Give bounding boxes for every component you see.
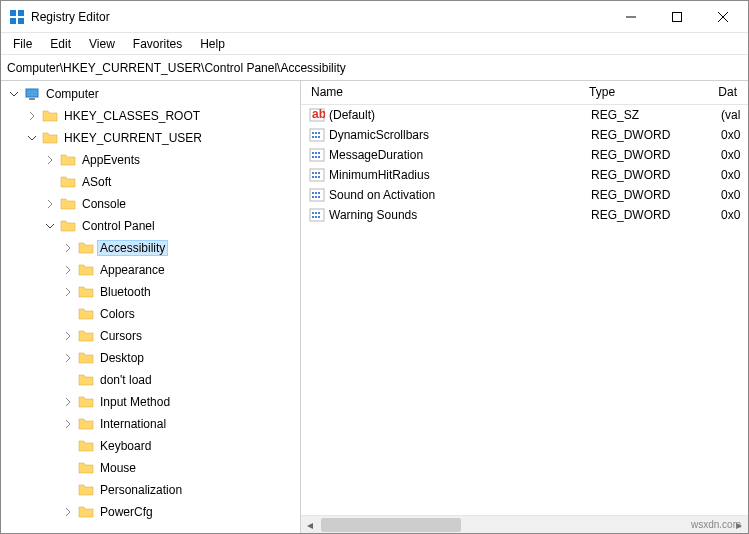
svg-rect-30 [312, 176, 314, 178]
chevron-right-icon[interactable] [61, 395, 75, 409]
chevron-down-icon[interactable] [7, 87, 21, 101]
tree-item[interactable]: International [1, 413, 300, 435]
svg-rect-39 [318, 196, 320, 198]
tree-item[interactable]: ASoft [1, 171, 300, 193]
tree-item[interactable]: Console [1, 193, 300, 215]
svg-rect-41 [312, 212, 314, 214]
folder-icon [78, 240, 94, 256]
tree-item-label: Desktop [97, 350, 147, 366]
tree-item[interactable]: AppEvents [1, 149, 300, 171]
folder-icon [60, 152, 76, 168]
computer-icon [24, 86, 40, 102]
svg-rect-19 [310, 149, 324, 161]
value-row[interactable]: ab(Default)REG_SZ(val [301, 105, 748, 125]
chevron-right-icon[interactable] [61, 351, 75, 365]
svg-rect-22 [318, 152, 320, 154]
tree-item-label: Console [79, 196, 129, 212]
chevron-right-icon[interactable] [61, 329, 75, 343]
dword-value-icon [309, 207, 325, 223]
menu-help[interactable]: Help [192, 35, 233, 53]
svg-rect-35 [315, 192, 317, 194]
tree-item[interactable]: Keyboard [1, 435, 300, 457]
value-type: REG_DWORD [581, 168, 711, 182]
tree-item[interactable]: Control Panel [1, 215, 300, 237]
dword-value-icon [309, 187, 325, 203]
chevron-right-icon[interactable] [61, 505, 75, 519]
chevron-right-icon[interactable] [61, 241, 75, 255]
tree-item[interactable]: Personalization [1, 479, 300, 501]
value-row[interactable]: Sound on ActivationREG_DWORD0x0 [301, 185, 748, 205]
scroll-thumb[interactable] [321, 518, 461, 532]
tree-item[interactable]: PowerCfg [1, 501, 300, 523]
tree-item[interactable]: HKEY_CLASSES_ROOT [1, 105, 300, 127]
value-row[interactable]: MinimumHitRadiusREG_DWORD0x0 [301, 165, 748, 185]
tree-item[interactable]: Bluetooth [1, 281, 300, 303]
folder-icon [60, 218, 76, 234]
value-data: 0x0 [711, 168, 748, 182]
col-header-name[interactable]: Name [301, 81, 579, 104]
menu-favorites[interactable]: Favorites [125, 35, 190, 53]
tree-item[interactable]: Computer [1, 83, 300, 105]
value-row[interactable]: DynamicScrollbarsREG_DWORD0x0 [301, 125, 748, 145]
chevron-right-icon[interactable] [43, 197, 57, 211]
horizontal-scrollbar[interactable]: ◂ ▸ [301, 515, 748, 533]
menu-edit[interactable]: Edit [42, 35, 79, 53]
list-body[interactable]: ab(Default)REG_SZ(valDynamicScrollbarsRE… [301, 105, 748, 515]
close-button[interactable] [700, 2, 746, 32]
svg-rect-15 [318, 132, 320, 134]
tree-item-label: don't load [97, 372, 155, 388]
menu-file[interactable]: File [5, 35, 40, 53]
chevron-down-icon[interactable] [25, 131, 39, 145]
tree-item[interactable]: Input Method [1, 391, 300, 413]
value-row[interactable]: MessageDurationREG_DWORD0x0 [301, 145, 748, 165]
folder-icon [42, 130, 58, 146]
folder-icon [78, 438, 94, 454]
svg-rect-37 [312, 196, 314, 198]
folder-icon [60, 196, 76, 212]
tree-item[interactable]: Mouse [1, 457, 300, 479]
col-header-type[interactable]: Type [579, 81, 708, 104]
svg-rect-2 [10, 18, 16, 24]
svg-rect-43 [318, 212, 320, 214]
svg-rect-31 [315, 176, 317, 178]
tree-item[interactable]: Colors [1, 303, 300, 325]
chevron-right-icon[interactable] [43, 153, 57, 167]
chevron-right-icon[interactable] [61, 285, 75, 299]
scroll-left-icon[interactable]: ◂ [301, 518, 319, 532]
dword-value-icon [309, 167, 325, 183]
tree-item[interactable]: Cursors [1, 325, 300, 347]
value-type: REG_DWORD [581, 128, 711, 142]
menu-view[interactable]: View [81, 35, 123, 53]
tree-pane[interactable]: ComputerHKEY_CLASSES_ROOTHKEY_CURRENT_US… [1, 81, 301, 533]
string-value-icon: ab [309, 107, 325, 123]
svg-rect-8 [26, 89, 38, 97]
window-controls [608, 2, 746, 32]
tree-item[interactable]: Desktop [1, 347, 300, 369]
tree-item[interactable]: Appearance [1, 259, 300, 281]
maximize-button[interactable] [654, 2, 700, 32]
svg-rect-20 [312, 152, 314, 154]
chevron-right-icon[interactable] [61, 263, 75, 277]
svg-rect-33 [310, 189, 324, 201]
col-header-data[interactable]: Dat [708, 81, 748, 104]
tree-item-label: Control Panel [79, 218, 158, 234]
chevron-right-icon[interactable] [61, 417, 75, 431]
svg-rect-28 [315, 172, 317, 174]
window-title: Registry Editor [31, 10, 608, 24]
tree-item[interactable]: HKEY_CURRENT_USER [1, 127, 300, 149]
folder-icon [78, 262, 94, 278]
address-bar[interactable]: Computer\HKEY_CURRENT_USER\Control Panel… [1, 55, 748, 81]
menubar: File Edit View Favorites Help [1, 33, 748, 55]
chevron-right-icon[interactable] [25, 109, 39, 123]
tree-item[interactable]: don't load [1, 369, 300, 391]
svg-rect-21 [315, 152, 317, 154]
list-pane: Name Type Dat ab(Default)REG_SZ(valDynam… [301, 81, 748, 533]
chevron-down-icon[interactable] [43, 219, 57, 233]
svg-rect-3 [18, 18, 24, 24]
value-row[interactable]: Warning SoundsREG_DWORD0x0 [301, 205, 748, 225]
tree-item[interactable]: Accessibility [1, 237, 300, 259]
value-type: REG_DWORD [581, 148, 711, 162]
svg-rect-36 [318, 192, 320, 194]
minimize-button[interactable] [608, 2, 654, 32]
folder-icon [78, 284, 94, 300]
